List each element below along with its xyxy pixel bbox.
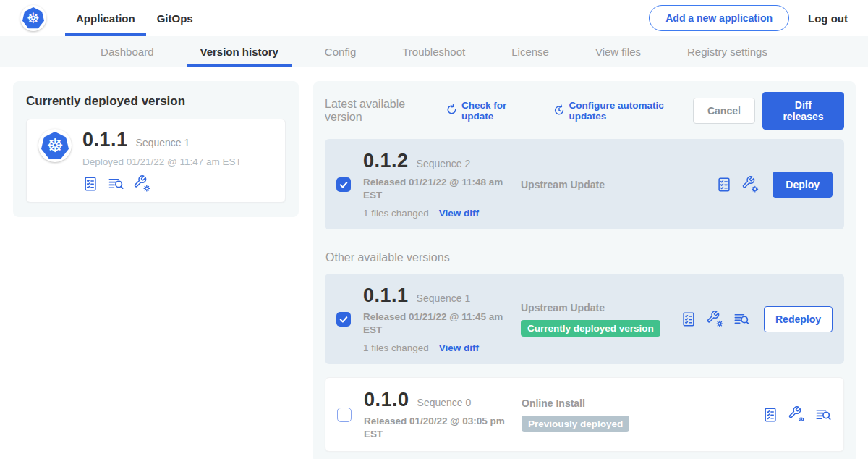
released-timestamp: Released 01/21/22 @ 11:48 am EST [363, 176, 508, 201]
edit-config-icon[interactable] [742, 176, 759, 193]
files-changed-label: 1 files changed [363, 342, 429, 353]
deploy-logs-icon[interactable] [733, 311, 750, 327]
view-diff-link[interactable]: View diff [439, 208, 479, 219]
currently-deployed-title: Currently deployed version [26, 94, 286, 109]
preflight-checks-icon[interactable] [82, 176, 98, 192]
deployed-sequence-label: Sequence 1 [136, 137, 190, 148]
tab-config[interactable]: Config [312, 36, 369, 67]
deploy-logs-icon[interactable] [108, 175, 124, 192]
cancel-button[interactable]: Cancel [693, 98, 755, 124]
sequence-label: Sequence 2 [417, 158, 471, 169]
redeploy-button[interactable]: Redeploy [764, 306, 833, 332]
tab-application[interactable]: Application [65, 0, 146, 36]
version-source-label: Upstream Update [521, 179, 716, 190]
latest-available-title: Latest available version [325, 98, 437, 124]
version-number: 0.1.1 [363, 285, 409, 307]
tab-dashboard[interactable]: Dashboard [88, 36, 166, 67]
version-number: 0.1.2 [363, 150, 409, 172]
app-sub-navigation: Dashboard Version history Config Trouble… [0, 36, 868, 67]
diff-select-checkbox[interactable] [336, 177, 351, 192]
tab-view-files[interactable]: View files [582, 36, 654, 67]
diff-select-checkbox[interactable] [337, 408, 352, 422]
tab-troubleshoot[interactable]: Troubleshoot [389, 36, 478, 67]
files-changed-label: 1 files changed [363, 208, 429, 219]
version-row: 0.1.0 Sequence 0 Released 01/20/22 @ 03:… [325, 377, 844, 452]
tab-registry-settings[interactable]: Registry settings [674, 36, 780, 67]
version-row: 0.1.1 Sequence 1 Released 01/21/22 @ 11:… [325, 274, 844, 364]
add-application-button[interactable]: Add a new application [649, 5, 789, 31]
edit-config-icon[interactable] [707, 311, 723, 327]
sequence-label: Sequence 0 [417, 397, 472, 408]
tab-license[interactable]: License [498, 36, 562, 67]
previously-deployed-badge: Previously deployed [522, 416, 629, 432]
kubernetes-logo-icon: ☸ [20, 5, 46, 31]
edit-config-icon[interactable] [134, 175, 150, 192]
currently-deployed-panel: Currently deployed version ☸ 0.1.1 Seque… [13, 81, 299, 217]
version-number: 0.1.0 [364, 389, 409, 411]
deploy-logs-icon[interactable] [815, 406, 832, 423]
deployed-timestamp: Deployed 01/21/22 @ 11:47 am EST [82, 156, 242, 167]
released-timestamp: Released 01/21/22 @ 11:45 am EST [363, 311, 508, 336]
preflight-checks-icon[interactable] [762, 407, 778, 423]
version-history-panel: Latest available version Check for updat… [313, 81, 856, 459]
preflight-checks-icon[interactable] [716, 177, 732, 193]
preflight-checks-icon[interactable] [681, 311, 697, 327]
deployed-version-card: ☸ 0.1.1 Sequence 1 Deployed 01/21/22 @ 1… [26, 119, 286, 203]
diff-select-checkbox[interactable] [336, 312, 351, 327]
currently-deployed-badge: Currently deployed version [521, 320, 660, 337]
deploy-button[interactable]: Deploy [773, 172, 833, 198]
sequence-label: Sequence 1 [417, 292, 471, 304]
version-source-label: Online Install [522, 397, 762, 409]
check-for-update-label: Check for update [461, 100, 535, 122]
top-navigation: ☸ Application GitOps Add a new applicati… [0, 0, 868, 36]
logout-link[interactable]: Log out [808, 12, 848, 25]
deployed-version-number: 0.1.1 [82, 129, 128, 151]
kubernetes-app-icon: ☸ [38, 129, 72, 162]
tab-gitops[interactable]: GitOps [146, 0, 204, 36]
topnav-tabs: Application GitOps [65, 0, 204, 36]
app-logo: ☸ [20, 0, 46, 36]
diff-releases-button[interactable]: Diff releases [762, 92, 844, 130]
refresh-icon [446, 104, 457, 117]
configure-updates-label: Configure automatic updates [569, 100, 693, 122]
clock-refresh-icon [553, 104, 565, 118]
version-row: 0.1.2 Sequence 2 Released 01/21/22 @ 11:… [325, 139, 844, 230]
other-versions-title: Other available versions [326, 251, 844, 264]
view-diff-link[interactable]: View diff [439, 342, 479, 353]
tab-version-history[interactable]: Version history [187, 36, 291, 67]
configure-updates-link[interactable]: Configure automatic updates [553, 100, 693, 122]
version-source-label: Upstream Update [521, 302, 681, 313]
released-timestamp: Released 01/20/22 @ 03:05 pm EST [364, 415, 509, 440]
view-config-icon[interactable] [788, 406, 805, 423]
check-for-update-link[interactable]: Check for update [446, 100, 535, 122]
